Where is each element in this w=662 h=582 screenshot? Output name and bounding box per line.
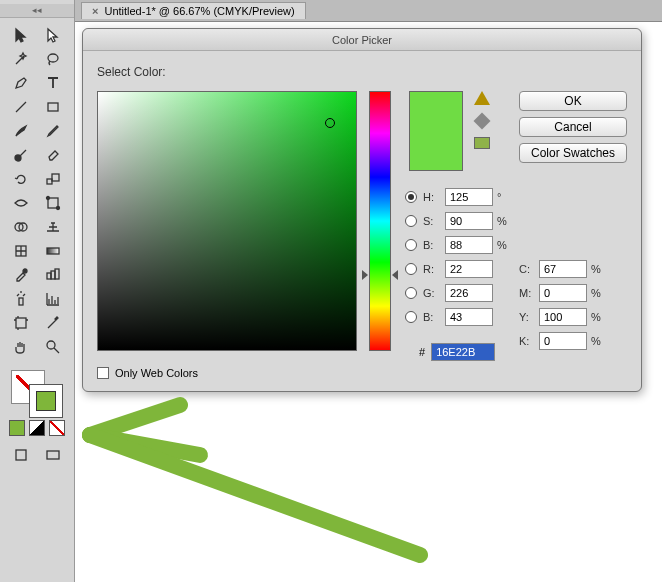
color-mode-solid[interactable] — [9, 420, 25, 436]
hue-slider[interactable] — [369, 91, 391, 351]
select-color-label: Select Color: — [97, 65, 627, 79]
svg-rect-15 — [55, 269, 59, 279]
width-tool[interactable] — [7, 192, 35, 214]
svg-rect-3 — [47, 179, 52, 184]
svg-rect-16 — [19, 298, 23, 305]
svg-rect-20 — [47, 451, 59, 459]
cube-icon[interactable] — [474, 113, 491, 130]
blob-brush-tool[interactable] — [7, 144, 35, 166]
r-radio[interactable] — [405, 263, 417, 275]
type-tool[interactable] — [39, 72, 67, 94]
eraser-tool[interactable] — [39, 144, 67, 166]
pencil-tool[interactable] — [39, 120, 67, 142]
svg-point-12 — [23, 269, 27, 273]
screen-mode-row — [7, 444, 67, 466]
cmyk-fields: C: % M: % Y: % K: % — [519, 257, 603, 353]
gradient-tool[interactable] — [39, 240, 67, 262]
free-transform-tool[interactable] — [39, 192, 67, 214]
y-label: Y: — [519, 311, 535, 323]
symbol-sprayer-tool[interactable] — [7, 288, 35, 310]
document-tab-bar: × Untitled-1* @ 66.67% (CMYK/Preview) — [75, 0, 662, 22]
selection-tool[interactable] — [7, 24, 35, 46]
zoom-tool[interactable] — [39, 336, 67, 358]
web-colors-checkbox[interactable] — [97, 367, 109, 379]
gamut-swatch[interactable] — [474, 137, 490, 149]
y-input[interactable] — [539, 308, 587, 326]
svg-rect-19 — [16, 450, 26, 460]
hex-input[interactable] — [431, 343, 495, 361]
r-input[interactable] — [445, 260, 493, 278]
color-mode-row — [9, 420, 65, 436]
hue-indicator-right — [392, 270, 398, 280]
b-radio[interactable] — [405, 239, 417, 251]
color-mode-none[interactable] — [49, 420, 65, 436]
perspective-grid-tool[interactable] — [39, 216, 67, 238]
lasso-tool[interactable] — [39, 48, 67, 70]
cancel-button[interactable]: Cancel — [519, 117, 627, 137]
scale-tool[interactable] — [39, 168, 67, 190]
tool-grid — [1, 18, 73, 364]
h-label: H: — [423, 191, 441, 203]
document-title: Untitled-1* @ 66.67% (CMYK/Preview) — [104, 5, 294, 17]
blend-tool[interactable] — [39, 264, 67, 286]
h-input[interactable] — [445, 188, 493, 206]
k-input[interactable] — [539, 332, 587, 350]
color-marker[interactable] — [325, 118, 335, 128]
svg-point-6 — [47, 197, 50, 200]
document-tab[interactable]: × Untitled-1* @ 66.67% (CMYK/Preview) — [81, 2, 306, 19]
paintbrush-tool[interactable] — [7, 120, 35, 142]
svg-point-18 — [47, 341, 55, 349]
direct-selection-tool[interactable] — [39, 24, 67, 46]
svg-rect-17 — [16, 318, 26, 328]
g-input[interactable] — [445, 284, 493, 302]
close-icon[interactable]: × — [92, 5, 98, 17]
m-label: M: — [519, 287, 535, 299]
hand-tool[interactable] — [7, 336, 35, 358]
rgb-b-input[interactable] — [445, 308, 493, 326]
r-label: R: — [423, 263, 441, 275]
out-of-gamut-icon[interactable] — [474, 91, 490, 105]
draw-mode[interactable] — [7, 444, 35, 466]
svg-rect-4 — [52, 174, 59, 181]
s-input[interactable] — [445, 212, 493, 230]
h-radio[interactable] — [405, 191, 417, 203]
b-label: B: — [423, 239, 441, 251]
shape-builder-tool[interactable] — [7, 216, 35, 238]
g-radio[interactable] — [405, 287, 417, 299]
s-label: S: — [423, 215, 441, 227]
g-label: G: — [423, 287, 441, 299]
s-radio[interactable] — [405, 215, 417, 227]
rectangle-tool[interactable] — [39, 96, 67, 118]
mesh-tool[interactable] — [7, 240, 35, 262]
toolbox-collapse[interactable]: ◂◂ — [0, 4, 74, 18]
rotate-tool[interactable] — [7, 168, 35, 190]
pen-tool[interactable] — [7, 72, 35, 94]
c-input[interactable] — [539, 260, 587, 278]
saturation-brightness-field[interactable] — [97, 91, 357, 351]
magic-wand-tool[interactable] — [7, 48, 35, 70]
slice-tool[interactable] — [39, 312, 67, 334]
artboard-tool[interactable] — [7, 312, 35, 334]
column-graph-tool[interactable] — [39, 288, 67, 310]
color-preview — [409, 91, 463, 171]
eyedropper-tool[interactable] — [7, 264, 35, 286]
color-mode-gradient[interactable] — [29, 420, 45, 436]
c-label: C: — [519, 263, 535, 275]
svg-rect-11 — [47, 248, 59, 254]
screen-mode[interactable] — [39, 444, 67, 466]
svg-point-7 — [57, 207, 60, 210]
m-input[interactable] — [539, 284, 587, 302]
dialog-title[interactable]: Color Picker — [83, 29, 641, 51]
hue-indicator-left — [362, 270, 368, 280]
b-input[interactable] — [445, 236, 493, 254]
svg-rect-1 — [48, 103, 58, 111]
deg-unit: ° — [497, 191, 509, 203]
color-swatches-button[interactable]: Color Swatches — [519, 143, 627, 163]
ok-button[interactable]: OK — [519, 91, 627, 111]
hsb-rgb-fields: H: ° S: % B: % R: G: — [405, 185, 509, 329]
k-label: K: — [519, 335, 535, 347]
toolbox-panel: ◂◂ — [0, 0, 75, 582]
stroke-swatch[interactable] — [29, 384, 63, 418]
line-tool[interactable] — [7, 96, 35, 118]
rgb-b-radio[interactable] — [405, 311, 417, 323]
